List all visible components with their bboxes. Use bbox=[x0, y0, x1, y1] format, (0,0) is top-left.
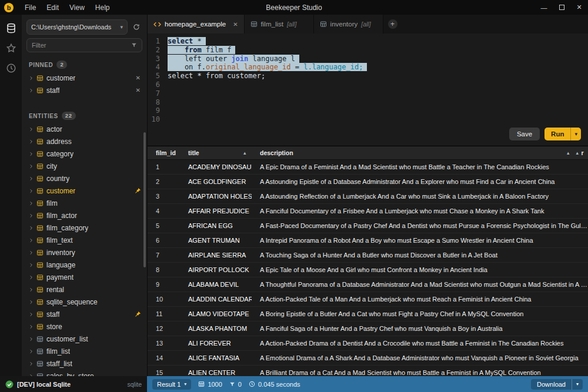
entity-item-label: actor bbox=[46, 125, 62, 133]
table-row[interactable]: 2ACE GOLDFINGERA Astounding Epistle of a… bbox=[148, 175, 588, 189]
unpin-close-icon[interactable]: ✕ bbox=[134, 87, 142, 93]
sort-asc-icon: ▲ bbox=[243, 150, 252, 156]
entity-item-customer[interactable]: customer bbox=[22, 185, 147, 197]
result-selector[interactable]: Result 1 ▾ bbox=[152, 379, 191, 390]
pinned-item-staff[interactable]: staff✕ bbox=[22, 84, 147, 96]
entity-item-inventory[interactable]: inventory bbox=[22, 246, 147, 259]
entity-item-label: store bbox=[46, 323, 62, 331]
sql-editor[interactable]: 12345678910 select * from film f left ou… bbox=[148, 33, 588, 146]
refresh-button[interactable] bbox=[131, 21, 142, 33]
table-row[interactable]: 7AIRPLANE SIERRAA Touching Saga of a Hun… bbox=[148, 248, 588, 263]
entity-item-city[interactable]: city bbox=[22, 160, 147, 172]
table-row[interactable]: 6AGENT TRUMANA Intrepid Panorama of a Ro… bbox=[148, 233, 588, 248]
cell-film-id: 9 bbox=[148, 281, 180, 288]
pin-icon[interactable] bbox=[135, 187, 142, 194]
cell-film-id: 13 bbox=[148, 340, 180, 347]
tab-film_list[interactable]: film_list[all] bbox=[245, 15, 314, 33]
entity-item-sqlite_sequence[interactable]: sqlite_sequence bbox=[22, 296, 147, 308]
sidebar-scrollbar[interactable] bbox=[143, 132, 146, 267]
entity-item-payment[interactable]: payment bbox=[22, 271, 147, 283]
left-icon-rail bbox=[0, 15, 22, 376]
row-count: 1000 bbox=[198, 381, 222, 388]
entity-item-label: language bbox=[46, 261, 75, 269]
connection-dropdown[interactable]: C:\Users\ghstng\Downloads ▾ bbox=[26, 19, 128, 35]
entity-item-language[interactable]: language bbox=[22, 259, 147, 271]
entity-item-store[interactable]: store bbox=[22, 320, 147, 333]
entity-item-category[interactable]: category bbox=[22, 148, 147, 160]
tab-homepage_example[interactable]: homepage_example✕ bbox=[148, 15, 245, 33]
column-header-description[interactable]: description▲ bbox=[252, 146, 575, 159]
download-options-caret[interactable]: ▾ bbox=[572, 379, 583, 390]
entity-item-label: country bbox=[46, 175, 69, 183]
menu-view[interactable]: View bbox=[64, 4, 90, 12]
cell-title: ACADEMY DINOSAUR bbox=[180, 163, 252, 170]
table-row[interactable]: 5AFRICAN EGGA Fast-Paced Documentary of … bbox=[148, 219, 588, 233]
entity-item-sales_by_store[interactable]: sales_by_store bbox=[22, 370, 147, 376]
entity-item-staff[interactable]: staff bbox=[22, 308, 147, 320]
table-row[interactable]: 1ACADEMY DINOSAURA Epic Drama of a Femin… bbox=[148, 160, 588, 175]
chevron-right-icon bbox=[29, 76, 34, 81]
tab-close-icon[interactable]: ✕ bbox=[229, 21, 238, 28]
table-row[interactable]: 8AIRPORT POLLOCKA Epic Tale of a Moose A… bbox=[148, 263, 588, 277]
cell-description: A Brilliant Drama of a Cat And a Mad Sci… bbox=[252, 369, 588, 376]
minimize-button[interactable]: — bbox=[535, 0, 553, 15]
connections-rail-button[interactable] bbox=[2, 19, 20, 37]
filter-input[interactable] bbox=[32, 42, 131, 49]
connection-status[interactable]: [DEV] local Sqlite sqlite bbox=[0, 376, 147, 392]
entity-item-film_list[interactable]: film_list bbox=[22, 345, 147, 357]
pinned-section-header[interactable]: PINNED 2 bbox=[22, 52, 147, 72]
menu-help[interactable]: Help bbox=[90, 4, 115, 12]
entity-item-film_category[interactable]: film_category bbox=[22, 222, 147, 234]
table-row[interactable]: 15ALIEN CENTERA Brilliant Drama of a Cat… bbox=[148, 366, 588, 376]
table-row[interactable]: 4AFFAIR PREJUDICEA Fanciful Documentary … bbox=[148, 204, 588, 219]
favorites-rail-button[interactable] bbox=[2, 39, 20, 57]
entities-section-header[interactable]: ENTITIES 22 bbox=[22, 96, 147, 123]
table-icon bbox=[36, 87, 44, 94]
table-row[interactable]: 9ALABAMA DEVILA Thoughtful Panorama of a… bbox=[148, 277, 588, 292]
pinned-item-label: customer bbox=[46, 74, 75, 82]
line-number: 7 bbox=[148, 89, 164, 98]
table-row[interactable]: 10ALADDIN CALENDARA Action-Packed Tale o… bbox=[148, 292, 588, 307]
cell-title: AGENT TRUMAN bbox=[180, 237, 252, 244]
download-button[interactable]: Download bbox=[531, 379, 572, 390]
entity-item-country[interactable]: country bbox=[22, 172, 147, 185]
maximize-button[interactable] bbox=[553, 0, 570, 15]
table-row[interactable]: 3ADAPTATION HOLESA Astounding Reflection… bbox=[148, 189, 588, 204]
pin-icon[interactable] bbox=[135, 311, 142, 317]
history-rail-button[interactable] bbox=[2, 59, 20, 77]
entity-item-rental[interactable]: rental bbox=[22, 283, 147, 296]
tab-inventory[interactable]: inventory[all] bbox=[314, 15, 383, 33]
pinned-item-customer[interactable]: customer✕ bbox=[22, 72, 147, 84]
new-tab-button[interactable]: + bbox=[388, 19, 397, 29]
column-header-r[interactable]: ▲r bbox=[575, 146, 588, 159]
sort-asc-icon: ▲ bbox=[566, 150, 575, 156]
menu-edit[interactable]: Edit bbox=[41, 4, 64, 12]
run-options-caret[interactable]: ▾ bbox=[570, 128, 581, 140]
unpin-close-icon[interactable]: ✕ bbox=[134, 75, 142, 81]
entity-item-film[interactable]: film bbox=[22, 197, 147, 209]
table-tab-icon bbox=[250, 21, 258, 28]
close-button[interactable]: ✕ bbox=[570, 0, 588, 15]
table-row[interactable]: 13ALI FOREVERA Action-Packed Drama of a … bbox=[148, 336, 588, 351]
table-row[interactable]: 14ALICE FANTASIAA Emotional Drama of a A… bbox=[148, 351, 588, 366]
table-row[interactable]: 12ALASKA PHANTOMA Fanciful Saga of a Hun… bbox=[148, 321, 588, 336]
table-icon bbox=[36, 175, 44, 182]
entity-item-label: city bbox=[46, 162, 57, 170]
entity-item-customer_list[interactable]: customer_list bbox=[22, 333, 147, 345]
entities-count-badge: 22 bbox=[62, 112, 76, 120]
entity-item-address[interactable]: address bbox=[22, 135, 147, 148]
entity-item-film_text[interactable]: film_text bbox=[22, 234, 147, 246]
save-button[interactable]: Save bbox=[509, 128, 540, 140]
column-header-title[interactable]: title▲ bbox=[180, 146, 252, 159]
entity-item-film_actor[interactable]: film_actor bbox=[22, 209, 147, 222]
menu-file[interactable]: File bbox=[19, 4, 41, 12]
table-row[interactable]: 11ALAMO VIDEOTAPEA Boring Epistle of a B… bbox=[148, 307, 588, 321]
entity-item-actor[interactable]: actor bbox=[22, 123, 147, 135]
entity-item-staff_list[interactable]: staff_list bbox=[22, 357, 147, 370]
line-number: 4 bbox=[148, 63, 164, 72]
run-button[interactable]: Run bbox=[544, 128, 570, 140]
cell-film-id: 6 bbox=[148, 237, 180, 244]
cell-film-id: 12 bbox=[148, 325, 180, 332]
column-header-film_id[interactable]: film_id bbox=[148, 146, 180, 159]
table-icon bbox=[36, 299, 44, 306]
